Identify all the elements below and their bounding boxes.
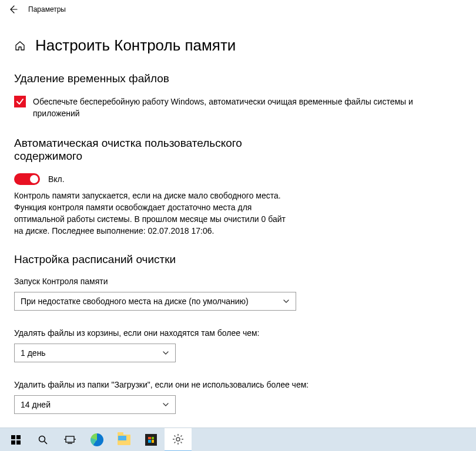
task-view-button[interactable] <box>56 428 83 452</box>
settings-button[interactable] <box>165 428 192 452</box>
titlebar: Параметры <box>0 0 476 19</box>
windows-icon <box>9 433 23 447</box>
toggle-knob <box>30 175 38 183</box>
auto-clean-description: Контроль памяти запускается, если на дис… <box>14 190 290 237</box>
taskbar <box>0 428 476 451</box>
svg-point-10 <box>176 437 180 441</box>
home-icon[interactable] <box>14 40 26 52</box>
recycle-bin-select[interactable]: 1 день <box>14 344 176 362</box>
search-button[interactable] <box>29 428 56 452</box>
section-heading-auto-clean: Автоматическая очистка пользовательского… <box>14 137 273 163</box>
svg-rect-1 <box>16 435 21 439</box>
temp-files-label: Обеспечьте бесперебойную работу Windows,… <box>33 96 462 119</box>
page-content: Настроить Контроль памяти Удаление време… <box>0 19 476 428</box>
page-header: Настроить Контроль памяти <box>14 36 462 55</box>
explorer-icon <box>118 435 130 445</box>
search-icon <box>36 433 50 447</box>
recycle-bin-label: Удалять файлы из корзины, если они наход… <box>14 328 320 338</box>
task-view-icon <box>63 433 77 447</box>
downloads-select[interactable]: 14 дней <box>14 395 176 414</box>
store-button[interactable] <box>138 428 165 452</box>
svg-point-4 <box>39 436 45 442</box>
auto-clean-toggle[interactable] <box>14 173 40 185</box>
chevron-down-icon <box>162 349 169 356</box>
svg-rect-2 <box>11 440 15 445</box>
edge-icon <box>90 433 103 446</box>
check-icon <box>16 97 24 106</box>
store-icon <box>145 434 157 446</box>
svg-rect-0 <box>11 435 15 439</box>
titlebar-label: Параметры <box>28 5 66 14</box>
downloads-value: 14 дней <box>21 400 51 409</box>
start-button[interactable] <box>2 428 29 452</box>
temp-files-checkbox[interactable] <box>14 96 26 107</box>
section-heading-temp-files: Удаление временных файлов <box>14 72 462 85</box>
chevron-down-icon <box>162 401 169 408</box>
svg-rect-6 <box>66 436 74 442</box>
section-heading-schedule: Настройка расписаний очистки <box>14 253 462 266</box>
run-storage-sense-label: Запуск Контроля памяти <box>14 277 320 286</box>
gear-icon <box>171 432 185 446</box>
temp-files-row: Обеспечьте бесперебойную работу Windows,… <box>14 96 462 119</box>
back-button[interactable] <box>5 1 21 18</box>
arrow-left-icon <box>8 5 18 14</box>
downloads-label: Удалить файлы из папки "Загрузки", если … <box>14 380 320 389</box>
recycle-bin-value: 1 день <box>21 348 46 358</box>
run-storage-sense-value: При недостатке свободного места на диске… <box>21 297 249 306</box>
svg-rect-3 <box>16 440 21 445</box>
explorer-button[interactable] <box>110 428 138 452</box>
run-storage-sense-select[interactable]: При недостатке свободного места на диске… <box>14 292 296 311</box>
edge-button[interactable] <box>83 428 110 452</box>
auto-clean-toggle-row: Вкл. <box>14 173 462 185</box>
auto-clean-toggle-label: Вкл. <box>48 174 65 184</box>
page-title: Настроить Контроль памяти <box>35 36 236 55</box>
svg-line-5 <box>45 441 48 444</box>
chevron-down-icon <box>283 298 290 305</box>
